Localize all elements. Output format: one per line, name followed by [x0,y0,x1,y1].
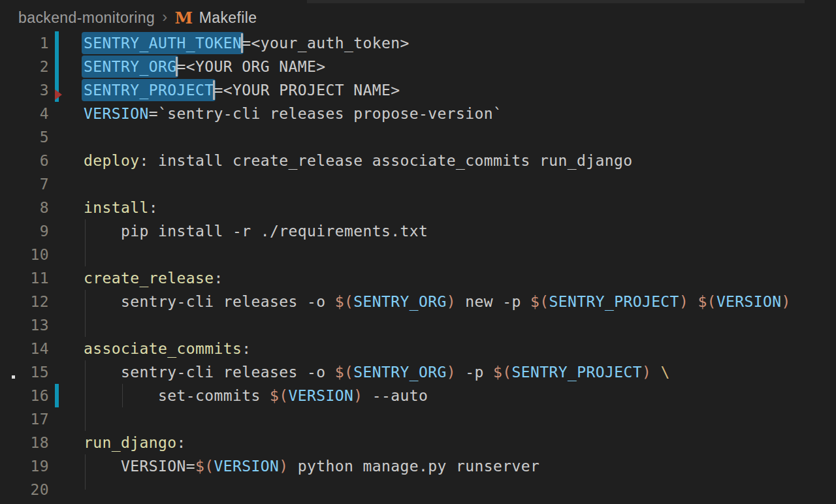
line-number[interactable]: 19 [0,454,49,478]
chevron-right-icon: › [162,8,167,26]
token: ) [447,364,456,381]
git-modified-indicator[interactable] [55,384,59,407]
code-text: sentry-cli releases -o $(SENTRY_ORG) -p … [84,360,670,384]
indent-guide [85,478,86,490]
gutter-decorations [49,454,84,478]
gutter-decorations [49,219,84,243]
line-number[interactable]: 20 [0,478,49,501]
line-number[interactable]: 11 [0,266,49,290]
code-text: VERSION=`sentry-cli releases propose-ver… [84,102,502,125]
selected-token: SENTRY_ORG [82,55,178,78]
code-line[interactable]: 3SENTRY_PROJECT=<YOUR PROJECT NAME> [0,78,836,102]
code-text: associate_commits: [84,337,251,360]
code-line[interactable]: 6deploy: install create_release associat… [0,149,836,172]
token: VERSION= [84,458,195,475]
gutter-decorations [49,78,84,102]
line-number[interactable]: 12 [0,290,49,313]
token: : [214,270,223,287]
code-line[interactable]: 8install: [0,196,836,219]
line-number[interactable]: 18 [0,431,49,454]
gutter-decorations [49,196,84,219]
token: : [149,199,158,216]
line-number[interactable]: 9 [0,219,49,243]
indent-guide [85,290,86,313]
gutter-decorations [49,266,84,290]
code-line[interactable]: 20 [0,478,836,501]
breadcrumb-folder[interactable]: backend-monitoring [18,9,155,27]
token: ) [447,293,456,310]
code-text: create_release: [84,266,223,290]
code-line[interactable]: 9 pip install -r ./requirements.txt [0,219,836,243]
tab-bar-edge [307,0,805,3]
line-number[interactable]: 16 [0,384,49,407]
line-number[interactable]: 5 [0,125,49,149]
gutter-decorations [49,125,84,149]
line-number[interactable]: 7 [0,172,49,196]
code-line[interactable]: 16 set-commits $(VERSION) --auto [0,384,836,407]
token: =<YOUR ORG NAME> [176,58,325,75]
indent-guide [85,313,86,337]
code-text: run_django: [84,431,186,454]
code-line[interactable]: 1SENTRY_AUTH_TOKEN=<your_auth_token> [0,31,836,55]
code-line[interactable]: 4VERSION=`sentry-cli releases propose-ve… [0,102,836,125]
token: python manage.py runserver [288,458,539,475]
line-number[interactable]: 2 [0,55,49,78]
token: $( [698,293,716,310]
token: VERSION [288,387,353,404]
code-text: SENTRY_PROJECT=<YOUR PROJECT NAME> [84,78,400,102]
breadcrumb-file[interactable]: Makefile [199,9,257,27]
code-line[interactable]: 10 [0,243,836,266]
gutter-decorations [49,55,84,78]
code-text: install: [84,196,158,219]
token: create_release [84,270,214,287]
line-number[interactable]: 17 [0,407,49,431]
line-number[interactable]: 4 [0,102,49,125]
gutter-decorations [49,243,84,266]
line-number[interactable]: 1 [0,31,49,55]
selected-token: SENTRY_AUTH_TOKEN [82,32,244,54]
gutter-decorations [49,149,84,172]
line-number[interactable]: 14 [0,337,49,360]
token [688,293,698,310]
git-modified-indicator[interactable] [55,31,59,55]
token: $( [493,364,512,381]
token: ) [679,293,688,310]
code-line[interactable]: 17 [0,407,836,431]
gutter-decorations [49,478,84,501]
code-line[interactable]: 5 [0,125,836,149]
token: run_django [84,434,176,451]
gutter-decorations [49,313,84,337]
code-line[interactable]: 13 [0,313,836,337]
gutter-decorations [49,360,84,384]
line-number[interactable]: 6 [0,149,49,172]
token: -p [456,364,493,381]
code-line[interactable]: 14associate_commits: [0,337,836,360]
token: ) [353,387,362,404]
line-number[interactable]: 3 [0,78,49,102]
token: set-commits [84,387,270,404]
code-line[interactable]: 2SENTRY_ORG=<YOUR ORG NAME> [0,55,836,78]
token: $( [530,293,549,310]
line-number[interactable]: 13 [0,313,49,337]
line-number[interactable]: 15 [0,360,49,384]
token: $( [335,364,354,381]
token: sentry-cli releases -o [84,293,335,310]
git-deleted-indicator[interactable] [55,89,62,100]
code-editor[interactable]: 1SENTRY_AUTH_TOKEN=<your_auth_token>2SEN… [0,31,836,501]
code-line[interactable]: 12 sentry-cli releases -o $(SENTRY_ORG) … [0,290,836,313]
code-line[interactable]: 7 [0,172,836,196]
code-line[interactable]: 11create_release: [0,266,836,290]
token: ) [642,364,651,381]
dot-artifact [12,375,15,379]
git-modified-indicator[interactable] [55,55,59,78]
line-number[interactable]: 10 [0,243,49,266]
code-line[interactable]: 18run_django: [0,431,836,454]
code-line[interactable]: 19 VERSION=$(VERSION) python manage.py r… [0,454,836,478]
token: new -p [456,293,530,310]
token: : install create_release associate_commi… [139,152,632,169]
indent-guide [85,407,86,431]
code-line[interactable]: 15 sentry-cli releases -o $(SENTRY_ORG) … [0,360,836,384]
indent-guide [85,454,86,478]
line-number[interactable]: 8 [0,196,49,219]
token: --auto [362,387,428,404]
